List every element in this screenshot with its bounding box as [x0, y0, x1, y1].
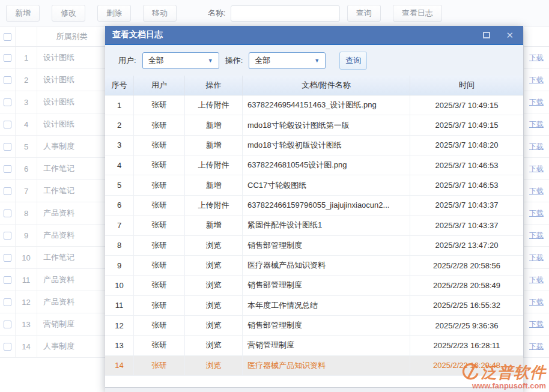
log-no: 8 — [105, 236, 134, 255]
move-button[interactable]: 移动 — [143, 5, 177, 22]
log-time: 2025/3/7 10:49:15 — [410, 115, 523, 134]
log-row[interactable]: 13 张研 浏览 营销管理制度 2025/2/23 16:28:11 — [105, 336, 523, 355]
log-row[interactable]: 7 张研 新增 紧固件配件设计图纸1 2025/3/7 10:43:37 — [105, 216, 523, 235]
download-link[interactable]: 下载 — [529, 53, 544, 63]
row-checkbox[interactable] — [4, 143, 11, 151]
log-time: 2025/3/7 10:48:20 — [410, 136, 523, 155]
log-doc-name: 销售部管理制度 — [243, 236, 410, 255]
row-category: 营销制度 — [37, 319, 106, 330]
row-index: 7 — [16, 180, 37, 202]
row-checkbox[interactable] — [4, 165, 11, 173]
download-link[interactable]: 下载 — [529, 142, 544, 152]
row-checkbox[interactable] — [4, 276, 11, 284]
log-time: 2025/2/22 16:29:48 — [410, 356, 523, 375]
row-index: 10 — [16, 247, 37, 268]
row-index: 1 — [16, 47, 37, 68]
log-row[interactable]: 2 张研 新增 mdo18寸轮毂设计图纸第一版 2025/3/7 10:49:1… — [105, 115, 523, 135]
dialog-title: 查看文档日志 — [105, 29, 483, 40]
row-category: 设计图纸 — [37, 74, 106, 85]
log-user: 张研 — [134, 276, 185, 295]
download-link[interactable]: 下载 — [529, 342, 544, 352]
row-checkbox[interactable] — [4, 98, 11, 106]
close-icon[interactable]: ✕ — [506, 31, 514, 40]
row-checkbox[interactable] — [4, 187, 11, 195]
log-row[interactable]: 3 张研 新增 mdo18寸轮毂初版设计图纸 2025/3/7 10:48:20 — [105, 136, 523, 155]
log-operation: 浏览 — [185, 236, 243, 255]
modify-button[interactable]: 修改 — [52, 5, 85, 22]
log-no: 9 — [105, 256, 134, 275]
log-filter-bar: 用户: 全部 ▼ 操作: 全部 ▼ 查询 — [105, 45, 523, 76]
row-index: 13 — [16, 313, 37, 335]
log-doc-name: 营销管理制度 — [243, 336, 410, 355]
log-table: 序号 用户 操作 文档/附件名称 时间 1 张研 上传附件 6378224695… — [105, 76, 523, 392]
download-link[interactable]: 下载 — [529, 119, 544, 130]
log-row[interactable]: 11 张研 浏览 本年度工作情况总结 2025/2/25 16:55:32 — [105, 296, 523, 316]
search-button[interactable]: 查询 — [347, 5, 381, 22]
row-category: 设计图纸 — [37, 52, 106, 63]
col-time: 时间 — [410, 76, 523, 95]
row-checkbox[interactable] — [4, 254, 11, 262]
log-no: 2 — [105, 115, 134, 134]
log-query-button[interactable]: 查询 — [339, 52, 367, 70]
log-operation: 上传附件 — [185, 196, 243, 215]
dialog-footer — [105, 387, 523, 392]
row-checkbox[interactable] — [4, 298, 11, 306]
row-category: 工作笔记 — [37, 252, 106, 263]
download-link[interactable]: 下载 — [529, 275, 544, 285]
log-row[interactable]: 1 张研 上传附件 637822469544151463_设计图纸.png 20… — [105, 95, 523, 115]
row-index: 2 — [16, 69, 37, 91]
download-link[interactable]: 下载 — [529, 186, 544, 196]
delete-button[interactable]: 删除 — [97, 5, 131, 22]
log-no: 6 — [105, 196, 134, 215]
log-row[interactable]: 10 张研 浏览 销售部管理制度 2025/2/28 20:58:49 — [105, 276, 523, 295]
operation-filter-label: 操作: — [225, 55, 243, 66]
row-category: 产品资料 — [37, 297, 106, 307]
operation-select-value: 全部 — [255, 55, 270, 66]
log-row[interactable]: 12 张研 浏览 销售部管理制度 2025/2/25 9:36:36 — [105, 316, 523, 336]
user-select[interactable]: 全部 ▼ — [142, 52, 219, 69]
log-no: 4 — [105, 155, 134, 175]
log-row[interactable]: 6 张研 上传附件 637822466159796055_jiajujinxia… — [105, 196, 523, 216]
user-select-value: 全部 — [148, 55, 164, 66]
add-button[interactable]: 新增 — [6, 5, 40, 22]
operation-select[interactable]: 全部 ▼ — [249, 52, 326, 69]
log-rows: 1 张研 上传附件 637822469544151463_设计图纸.png 20… — [105, 95, 523, 376]
row-checkbox[interactable] — [4, 232, 11, 240]
log-row[interactable]: 9 张研 浏览 医疗器械产品知识资料 2025/2/28 20:58:56 — [105, 256, 523, 276]
select-all-checkbox[interactable] — [4, 33, 11, 41]
row-category: 产品资料 — [37, 208, 106, 219]
log-no: 3 — [105, 136, 134, 155]
row-index: 3 — [16, 91, 37, 113]
row-checkbox[interactable] — [4, 210, 11, 217]
log-operation: 上传附件 — [185, 95, 243, 115]
log-user: 张研 — [134, 95, 185, 115]
main-toolbar: 新增 修改 删除 移动 名称: 查询 查看日志 — [0, 0, 549, 26]
download-link[interactable]: 下载 — [529, 231, 544, 241]
download-link[interactable]: 下载 — [529, 319, 544, 330]
download-link[interactable]: 下载 — [529, 297, 544, 307]
download-link[interactable]: 下载 — [529, 208, 544, 219]
log-no: 11 — [105, 296, 134, 315]
row-checkbox[interactable] — [4, 121, 11, 128]
download-link[interactable]: 下载 — [529, 164, 544, 174]
row-checkbox[interactable] — [4, 76, 11, 84]
log-user: 张研 — [134, 136, 185, 155]
log-row[interactable]: 8 张研 浏览 销售部管理制度 2025/3/2 13:47:20 — [105, 236, 523, 256]
row-checkbox[interactable] — [4, 343, 11, 351]
download-link[interactable]: 下载 — [529, 75, 544, 85]
download-link[interactable]: 下载 — [529, 253, 544, 263]
col-user: 用户 — [134, 76, 185, 95]
log-row[interactable]: 5 张研 新增 CC17寸轮毂图纸 2025/3/7 10:46:53 — [105, 175, 523, 195]
view-log-button[interactable]: 查看日志 — [393, 5, 442, 22]
log-operation: 浏览 — [185, 316, 243, 335]
row-checkbox[interactable] — [4, 321, 11, 328]
row-index: 5 — [16, 136, 37, 157]
log-user: 张研 — [134, 115, 185, 134]
col-operation: 操作 — [185, 76, 243, 95]
download-link[interactable]: 下载 — [529, 97, 544, 107]
name-input[interactable] — [231, 5, 340, 22]
maximize-icon[interactable] — [483, 32, 490, 38]
row-checkbox[interactable] — [4, 54, 11, 62]
log-row[interactable]: 14 张研 浏览 医疗器械产品知识资料 2025/2/22 16:29:48 — [105, 356, 523, 376]
log-row[interactable]: 4 张研 上传附件 63782246810545设计图.png 2025/3/7… — [105, 155, 523, 175]
